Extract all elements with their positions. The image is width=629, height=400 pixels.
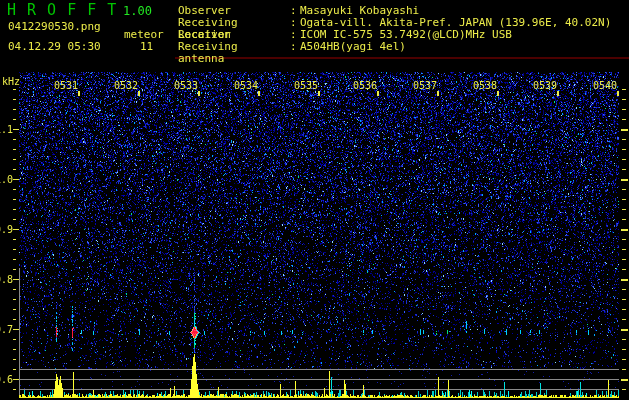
- time-label-0536: 0536: [351, 80, 377, 91]
- time-label-0537: 0537: [411, 80, 437, 91]
- freq-label-0-8: 0.8: [0, 274, 13, 285]
- app-version: 1.00: [123, 5, 152, 17]
- time-label-0532: 0532: [112, 80, 138, 91]
- time-label-0538: 0538: [471, 80, 497, 91]
- time-label-0540: 0540: [591, 80, 617, 91]
- freq-label-0-6: 0.6: [0, 374, 13, 385]
- antenna-label: Receiving antenna: [178, 41, 290, 53]
- time-label-0534: 0534: [232, 80, 258, 91]
- spectrogram-canvas: [0, 0, 629, 400]
- freq-axis-unit: kHz: [2, 77, 20, 87]
- info-row-antenna: Receiving antenna : A504HB(yagi 4el): [178, 41, 611, 53]
- meteor-mode-label: meteor: [124, 29, 164, 40]
- freq-label-1-1: 1.1: [0, 124, 13, 135]
- hrofft-screen: H R O F F T 1.00 0412290530.png meteor 0…: [0, 0, 629, 400]
- output-filename: 0412290530.png: [8, 21, 101, 32]
- time-label-0539: 0539: [531, 80, 557, 91]
- station-info-block: Observer : Masayuki Kobayashi Receiving …: [178, 5, 611, 53]
- header-divider: [175, 57, 629, 59]
- observation-datetime: 04.12.29 05:30: [8, 41, 101, 52]
- time-label-0535: 0535: [292, 80, 318, 91]
- meteor-count: 11: [140, 41, 153, 52]
- freq-label-0-7: 0.7: [0, 324, 13, 335]
- freq-label-0-9: 0.9: [0, 224, 13, 235]
- freq-label-1-0: 1.0: [0, 174, 13, 185]
- antenna-value: A504HB(yagi 4el): [300, 41, 406, 53]
- app-title: H R O F F T: [7, 3, 117, 18]
- time-label-0531: 0531: [52, 80, 78, 91]
- time-label-0533: 0533: [172, 80, 198, 91]
